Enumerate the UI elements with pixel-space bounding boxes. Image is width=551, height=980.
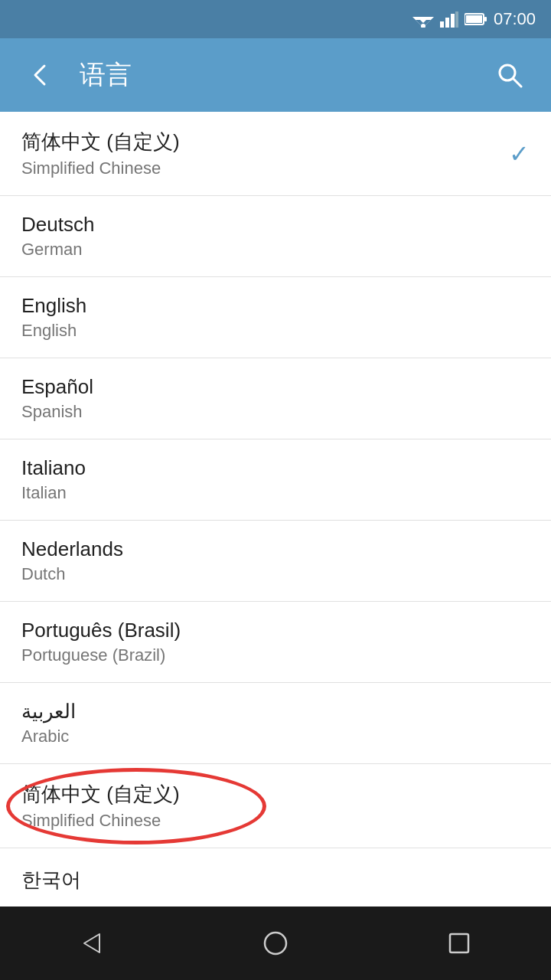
language-list: 简体中文 (自定义) Simplified Chinese ✓ Deutsch … [0,112,551,894]
recent-nav-button[interactable] [413,931,505,956]
language-english: Portuguese (Brazil) [21,645,181,665]
back-button[interactable] [18,63,64,87]
language-native: Nederlands [21,537,123,561]
status-bar: 07:00 [0,0,551,38]
page-title: 语言 [80,57,471,93]
list-item[interactable]: 简体中文 (自定义) Simplified Chinese ✓ [0,112,551,196]
language-english: Simplified Chinese [21,811,180,831]
back-nav-button[interactable] [46,929,138,957]
list-item-annotated[interactable]: 简体中文 (自定义) Simplified Chinese [0,764,551,848]
language-text: 한국어 [21,867,81,893]
language-native: 简体中文 (自定义) [21,781,180,808]
list-item[interactable]: Italiano Italian [0,439,551,521]
language-text: العربية Arabic [21,700,76,746]
language-english: Simplified Chinese [21,158,180,178]
status-icons: 07:00 [412,9,536,29]
wifi-icon [412,11,434,28]
language-text: Nederlands Dutch [21,537,123,584]
language-text: Deutsch German [21,213,94,260]
svg-rect-15 [450,934,468,952]
svg-rect-5 [445,18,449,28]
list-item[interactable]: Nederlands Dutch [0,521,551,602]
language-native: English [21,294,86,318]
list-item-partial[interactable]: 한국어 [0,848,551,894]
signal-icon [440,11,458,28]
svg-rect-10 [484,17,487,21]
list-item[interactable]: Deutsch German [0,196,551,277]
svg-rect-4 [440,21,444,28]
search-button[interactable] [487,62,533,88]
svg-rect-9 [466,15,482,23]
language-english: Arabic [21,727,76,746]
language-native: 한국어 [21,867,81,893]
language-text: Español Spanish [21,375,93,422]
svg-rect-6 [451,14,455,28]
app-bar: 语言 [0,38,551,112]
language-native: Español [21,375,93,399]
language-text: 简体中文 (自定义) Simplified Chinese [21,781,180,831]
language-english: German [21,240,94,260]
svg-marker-13 [84,934,99,952]
language-native: Deutsch [21,213,94,237]
language-english: Italian [21,483,86,503]
language-native: العربية [21,700,76,724]
selected-checkmark: ✓ [509,139,530,168]
language-text: 简体中文 (自定义) Simplified Chinese [21,129,180,178]
language-english: English [21,321,86,341]
language-list-container: 简体中文 (自定义) Simplified Chinese ✓ Deutsch … [0,112,551,968]
home-nav-button[interactable] [230,929,321,957]
language-english: Dutch [21,564,123,584]
status-time: 07:00 [494,9,536,29]
language-text: English English [21,294,86,341]
language-native: 简体中文 (自定义) [21,129,180,155]
language-native: Português (Brasil) [21,619,181,642]
language-english: Spanish [21,402,93,422]
list-item[interactable]: English English [0,277,551,358]
svg-line-12 [514,79,521,87]
list-item[interactable]: Español Spanish [0,358,551,439]
nav-bar [0,906,551,980]
list-item[interactable]: العربية Arabic [0,683,551,764]
language-native: Italiano [21,456,86,480]
language-text: Italiano Italian [21,456,86,503]
battery-icon [465,12,487,26]
svg-point-14 [265,933,286,954]
language-text: Português (Brasil) Portuguese (Brazil) [21,619,181,665]
list-item[interactable]: Português (Brasil) Portuguese (Brazil) [0,602,551,683]
svg-rect-7 [455,11,458,28]
